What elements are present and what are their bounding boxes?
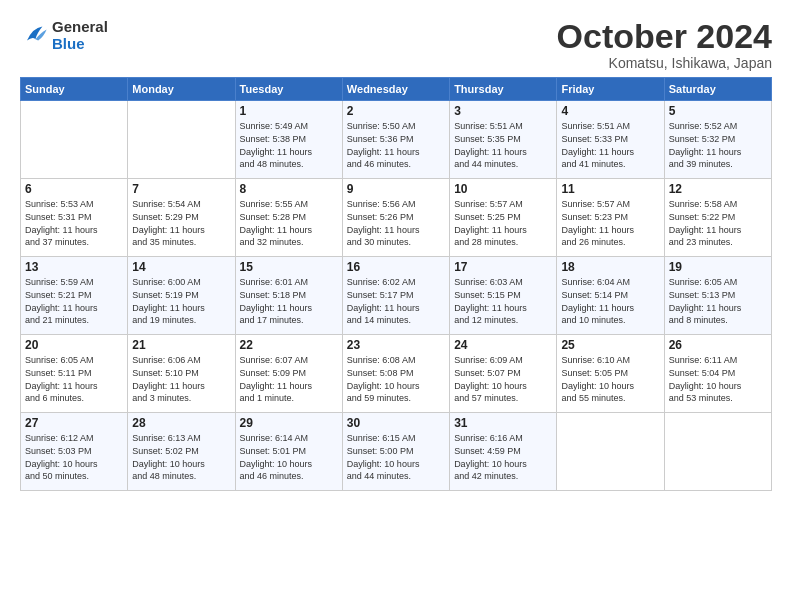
cell-content: Sunrise: 6:13 AM Sunset: 5:02 PM Dayligh… — [132, 432, 230, 482]
cell-content: Sunrise: 6:16 AM Sunset: 4:59 PM Dayligh… — [454, 432, 552, 482]
header-thursday: Thursday — [450, 78, 557, 101]
calendar-cell: 19Sunrise: 6:05 AM Sunset: 5:13 PM Dayli… — [664, 257, 771, 335]
day-number: 18 — [561, 260, 659, 274]
cell-content: Sunrise: 6:00 AM Sunset: 5:19 PM Dayligh… — [132, 276, 230, 326]
day-number: 4 — [561, 104, 659, 118]
calendar-week-0: 1Sunrise: 5:49 AM Sunset: 5:38 PM Daylig… — [21, 101, 772, 179]
calendar-cell: 4Sunrise: 5:51 AM Sunset: 5:33 PM Daylig… — [557, 101, 664, 179]
logo: General Blue — [20, 18, 108, 52]
cell-content: Sunrise: 5:51 AM Sunset: 5:35 PM Dayligh… — [454, 120, 552, 170]
calendar-cell — [21, 101, 128, 179]
calendar-cell: 20Sunrise: 6:05 AM Sunset: 5:11 PM Dayli… — [21, 335, 128, 413]
calendar-week-3: 20Sunrise: 6:05 AM Sunset: 5:11 PM Dayli… — [21, 335, 772, 413]
cell-content: Sunrise: 5:51 AM Sunset: 5:33 PM Dayligh… — [561, 120, 659, 170]
day-number: 27 — [25, 416, 123, 430]
calendar-cell: 11Sunrise: 5:57 AM Sunset: 5:23 PM Dayli… — [557, 179, 664, 257]
calendar-cell: 8Sunrise: 5:55 AM Sunset: 5:28 PM Daylig… — [235, 179, 342, 257]
location-subtitle: Komatsu, Ishikawa, Japan — [557, 55, 772, 71]
header-sunday: Sunday — [21, 78, 128, 101]
cell-content: Sunrise: 6:03 AM Sunset: 5:15 PM Dayligh… — [454, 276, 552, 326]
calendar-cell: 1Sunrise: 5:49 AM Sunset: 5:38 PM Daylig… — [235, 101, 342, 179]
calendar-cell: 10Sunrise: 5:57 AM Sunset: 5:25 PM Dayli… — [450, 179, 557, 257]
cell-content: Sunrise: 6:01 AM Sunset: 5:18 PM Dayligh… — [240, 276, 338, 326]
calendar-cell: 12Sunrise: 5:58 AM Sunset: 5:22 PM Dayli… — [664, 179, 771, 257]
day-number: 6 — [25, 182, 123, 196]
header: General Blue October 2024 Komatsu, Ishik… — [20, 18, 772, 71]
calendar-cell: 24Sunrise: 6:09 AM Sunset: 5:07 PM Dayli… — [450, 335, 557, 413]
day-number: 16 — [347, 260, 445, 274]
calendar-cell: 13Sunrise: 5:59 AM Sunset: 5:21 PM Dayli… — [21, 257, 128, 335]
cell-content: Sunrise: 6:08 AM Sunset: 5:08 PM Dayligh… — [347, 354, 445, 404]
calendar-cell: 22Sunrise: 6:07 AM Sunset: 5:09 PM Dayli… — [235, 335, 342, 413]
day-number: 3 — [454, 104, 552, 118]
calendar-cell: 5Sunrise: 5:52 AM Sunset: 5:32 PM Daylig… — [664, 101, 771, 179]
month-title: October 2024 — [557, 18, 772, 55]
calendar-cell: 21Sunrise: 6:06 AM Sunset: 5:10 PM Dayli… — [128, 335, 235, 413]
logo-icon — [20, 21, 48, 49]
header-saturday: Saturday — [664, 78, 771, 101]
calendar-week-1: 6Sunrise: 5:53 AM Sunset: 5:31 PM Daylig… — [21, 179, 772, 257]
calendar-week-2: 13Sunrise: 5:59 AM Sunset: 5:21 PM Dayli… — [21, 257, 772, 335]
day-number: 29 — [240, 416, 338, 430]
day-number: 22 — [240, 338, 338, 352]
day-number: 11 — [561, 182, 659, 196]
cell-content: Sunrise: 5:50 AM Sunset: 5:36 PM Dayligh… — [347, 120, 445, 170]
cell-content: Sunrise: 6:09 AM Sunset: 5:07 PM Dayligh… — [454, 354, 552, 404]
day-number: 10 — [454, 182, 552, 196]
calendar-cell: 28Sunrise: 6:13 AM Sunset: 5:02 PM Dayli… — [128, 413, 235, 491]
calendar-cell: 2Sunrise: 5:50 AM Sunset: 5:36 PM Daylig… — [342, 101, 449, 179]
calendar-cell: 15Sunrise: 6:01 AM Sunset: 5:18 PM Dayli… — [235, 257, 342, 335]
cell-content: Sunrise: 5:57 AM Sunset: 5:23 PM Dayligh… — [561, 198, 659, 248]
calendar-cell — [664, 413, 771, 491]
header-tuesday: Tuesday — [235, 78, 342, 101]
cell-content: Sunrise: 6:10 AM Sunset: 5:05 PM Dayligh… — [561, 354, 659, 404]
calendar-cell: 9Sunrise: 5:56 AM Sunset: 5:26 PM Daylig… — [342, 179, 449, 257]
calendar-cell: 23Sunrise: 6:08 AM Sunset: 5:08 PM Dayli… — [342, 335, 449, 413]
cell-content: Sunrise: 6:12 AM Sunset: 5:03 PM Dayligh… — [25, 432, 123, 482]
calendar-cell — [128, 101, 235, 179]
calendar-cell: 31Sunrise: 6:16 AM Sunset: 4:59 PM Dayli… — [450, 413, 557, 491]
cell-content: Sunrise: 6:15 AM Sunset: 5:00 PM Dayligh… — [347, 432, 445, 482]
day-number: 19 — [669, 260, 767, 274]
calendar-week-4: 27Sunrise: 6:12 AM Sunset: 5:03 PM Dayli… — [21, 413, 772, 491]
cell-content: Sunrise: 5:59 AM Sunset: 5:21 PM Dayligh… — [25, 276, 123, 326]
page: General Blue October 2024 Komatsu, Ishik… — [0, 0, 792, 612]
calendar-cell: 6Sunrise: 5:53 AM Sunset: 5:31 PM Daylig… — [21, 179, 128, 257]
cell-content: Sunrise: 5:53 AM Sunset: 5:31 PM Dayligh… — [25, 198, 123, 248]
cell-content: Sunrise: 6:05 AM Sunset: 5:11 PM Dayligh… — [25, 354, 123, 404]
day-number: 26 — [669, 338, 767, 352]
cell-content: Sunrise: 6:06 AM Sunset: 5:10 PM Dayligh… — [132, 354, 230, 404]
day-number: 13 — [25, 260, 123, 274]
day-number: 31 — [454, 416, 552, 430]
day-number: 21 — [132, 338, 230, 352]
day-number: 23 — [347, 338, 445, 352]
calendar-cell: 3Sunrise: 5:51 AM Sunset: 5:35 PM Daylig… — [450, 101, 557, 179]
cell-content: Sunrise: 5:49 AM Sunset: 5:38 PM Dayligh… — [240, 120, 338, 170]
day-number: 28 — [132, 416, 230, 430]
day-number: 9 — [347, 182, 445, 196]
calendar-cell: 7Sunrise: 5:54 AM Sunset: 5:29 PM Daylig… — [128, 179, 235, 257]
day-number: 24 — [454, 338, 552, 352]
cell-content: Sunrise: 6:11 AM Sunset: 5:04 PM Dayligh… — [669, 354, 767, 404]
header-row: Sunday Monday Tuesday Wednesday Thursday… — [21, 78, 772, 101]
calendar-table: Sunday Monday Tuesday Wednesday Thursday… — [20, 77, 772, 491]
cell-content: Sunrise: 5:54 AM Sunset: 5:29 PM Dayligh… — [132, 198, 230, 248]
logo-text: General Blue — [52, 18, 108, 52]
calendar-cell: 26Sunrise: 6:11 AM Sunset: 5:04 PM Dayli… — [664, 335, 771, 413]
day-number: 1 — [240, 104, 338, 118]
calendar-cell — [557, 413, 664, 491]
header-monday: Monday — [128, 78, 235, 101]
cell-content: Sunrise: 5:57 AM Sunset: 5:25 PM Dayligh… — [454, 198, 552, 248]
day-number: 15 — [240, 260, 338, 274]
day-number: 2 — [347, 104, 445, 118]
day-number: 17 — [454, 260, 552, 274]
day-number: 7 — [132, 182, 230, 196]
calendar-cell: 14Sunrise: 6:00 AM Sunset: 5:19 PM Dayli… — [128, 257, 235, 335]
cell-content: Sunrise: 6:07 AM Sunset: 5:09 PM Dayligh… — [240, 354, 338, 404]
calendar-cell: 30Sunrise: 6:15 AM Sunset: 5:00 PM Dayli… — [342, 413, 449, 491]
title-section: October 2024 Komatsu, Ishikawa, Japan — [557, 18, 772, 71]
cell-content: Sunrise: 5:52 AM Sunset: 5:32 PM Dayligh… — [669, 120, 767, 170]
calendar-cell: 27Sunrise: 6:12 AM Sunset: 5:03 PM Dayli… — [21, 413, 128, 491]
header-wednesday: Wednesday — [342, 78, 449, 101]
day-number: 5 — [669, 104, 767, 118]
